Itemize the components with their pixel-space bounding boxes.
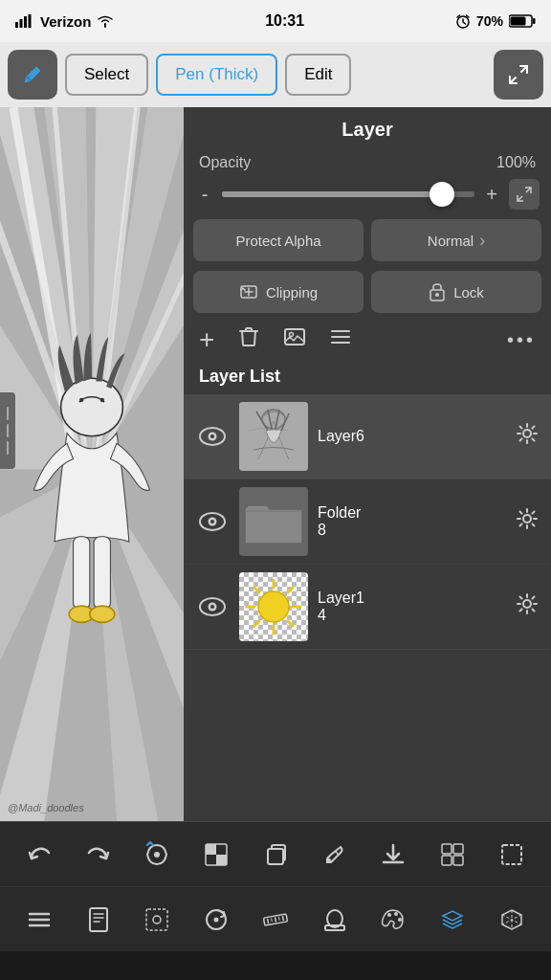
svg-point-52	[523, 430, 531, 437]
protect-alpha-button[interactable]: Protect Alpha	[193, 219, 364, 261]
cube-button[interactable]	[491, 899, 533, 941]
svg-rect-74	[268, 849, 283, 864]
more-options-button[interactable]: •••	[507, 329, 536, 351]
clipping-button[interactable]: Clipping	[193, 271, 364, 313]
opacity-increase-button[interactable]: +	[482, 184, 501, 206]
svg-point-56	[523, 515, 531, 523]
ruler-icon	[262, 906, 289, 933]
opacity-row: Opacity 100%	[184, 150, 551, 175]
layer-settings-button[interactable]	[515, 591, 540, 622]
battery-label: 70%	[476, 13, 503, 29]
redo-button[interactable]	[77, 834, 120, 876]
svg-rect-80	[453, 856, 463, 865]
lock-icon	[429, 282, 446, 301]
svg-point-55	[210, 520, 214, 523]
add-layer-button[interactable]: +	[199, 324, 214, 355]
lock-label: Lock	[453, 284, 484, 301]
svg-point-59	[210, 605, 214, 609]
svg-rect-79	[442, 856, 452, 865]
opacity-decrease-button[interactable]: -	[195, 184, 214, 206]
copy-button[interactable]	[254, 834, 297, 876]
clipping-icon	[239, 282, 258, 301]
menu-button[interactable]	[18, 899, 60, 941]
chevron-right-icon: ›	[479, 231, 485, 251]
layer6-thumbnail	[239, 402, 308, 471]
bottom-toolbar-row2	[0, 886, 551, 951]
slider-expand-button[interactable]	[509, 179, 540, 210]
canvas-area[interactable]: @Madi_doodles	[0, 107, 184, 821]
layer-settings-button[interactable]	[515, 421, 540, 452]
expand-icon	[507, 63, 530, 86]
layer-settings-button[interactable]	[515, 506, 540, 537]
grid-button[interactable]	[431, 834, 474, 876]
main-area: @Madi_doodles Layer Opacity 100% - +	[0, 107, 551, 821]
layer-item[interactable]: Folder 8	[184, 479, 551, 565]
svg-rect-73	[216, 855, 227, 865]
layer-visibility-toggle[interactable]	[195, 504, 230, 539]
opacity-value: 100%	[496, 154, 536, 171]
svg-point-32	[100, 398, 104, 402]
select-rect-icon	[498, 841, 525, 868]
svg-rect-77	[442, 844, 452, 854]
palette-button[interactable]	[372, 899, 414, 941]
document-button[interactable]	[77, 899, 120, 941]
eye-icon	[198, 426, 227, 447]
layer-visibility-toggle[interactable]	[195, 419, 230, 454]
svg-line-65	[288, 621, 293, 626]
layers-nav-button[interactable]	[431, 899, 474, 941]
selection-icon	[143, 906, 170, 933]
palette-icon	[380, 906, 407, 933]
pen-thick-button[interactable]: Pen (Thick)	[156, 54, 277, 96]
svg-line-95	[272, 918, 273, 921]
delete-layer-button[interactable]	[237, 325, 260, 354]
stamp-icon	[321, 906, 348, 933]
lock-button[interactable]: Lock	[371, 271, 541, 313]
brush-tool-button[interactable]	[8, 50, 57, 100]
bottom-toolbar-row1	[0, 821, 551, 886]
checkerboard-icon	[203, 841, 230, 868]
expand-button[interactable]	[494, 50, 543, 100]
eyedropper-button[interactable]	[314, 834, 356, 876]
svg-point-101	[387, 913, 391, 917]
layer-item[interactable]: Layer6	[184, 394, 551, 479]
undo-button[interactable]	[18, 834, 60, 876]
stamp-button[interactable]	[314, 899, 356, 941]
edit-button[interactable]: Edit	[285, 54, 351, 96]
normal-blend-button[interactable]: Normal ›	[371, 219, 541, 261]
eye-icon	[198, 511, 227, 532]
expand-small-icon	[516, 186, 533, 203]
select-tool-button[interactable]	[491, 834, 533, 876]
layer-visibility-toggle[interactable]	[195, 590, 230, 624]
svg-point-45	[210, 434, 214, 438]
ruler-button[interactable]	[254, 899, 297, 941]
layer-list-button[interactable]	[329, 325, 352, 354]
svg-line-67	[254, 621, 259, 626]
transform-button[interactable]	[136, 834, 178, 876]
svg-point-37	[435, 293, 439, 297]
svg-rect-2	[24, 16, 27, 28]
reference-image-button[interactable]	[283, 325, 306, 354]
slider-thumb[interactable]	[430, 182, 454, 207]
checker-button[interactable]	[195, 834, 237, 876]
status-bar: Verizon 10:31 70%	[0, 0, 551, 42]
gear-icon	[515, 506, 540, 531]
rotate-button[interactable]	[195, 899, 237, 941]
pen-icon	[19, 61, 46, 88]
download-button[interactable]	[372, 834, 414, 876]
select-button[interactable]: Select	[65, 54, 148, 96]
folder-thumbnail	[245, 498, 302, 546]
clipping-label: Clipping	[266, 284, 318, 301]
opacity-slider[interactable]	[222, 191, 474, 197]
clipping-lock-row: Clipping Lock	[184, 267, 551, 317]
svg-rect-0	[15, 22, 18, 28]
left-panel[interactable]	[0, 392, 15, 469]
svg-rect-28	[94, 537, 110, 610]
cube-icon	[498, 906, 525, 933]
layer-item[interactable]: Layer1 4	[184, 565, 551, 650]
selection-button[interactable]	[136, 899, 178, 941]
watermark: @Madi_doodles	[8, 802, 84, 813]
layer-list[interactable]: Layer6	[184, 394, 551, 821]
gear-icon	[515, 421, 540, 446]
svg-point-68	[258, 591, 289, 622]
svg-point-90	[153, 916, 161, 924]
